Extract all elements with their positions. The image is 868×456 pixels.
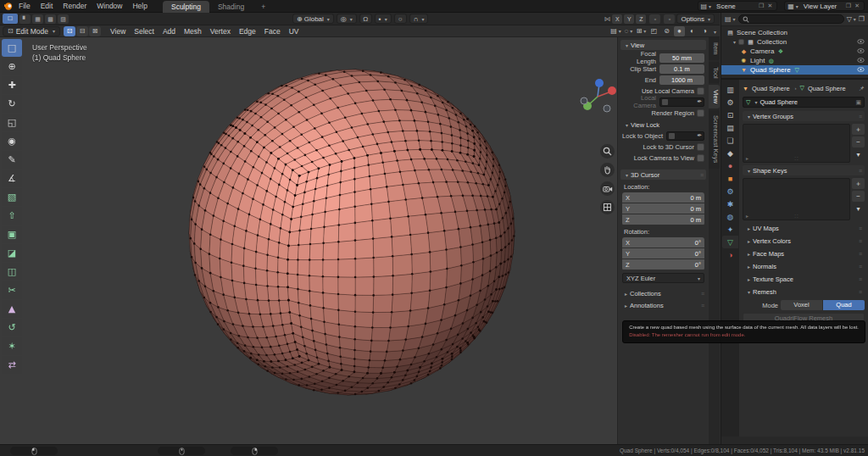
outliner-row-quad-sphere[interactable]: ▼ Quad Sphere ▽ bbox=[721, 65, 868, 75]
shape-keys-list-box[interactable]: ▸ ∷ bbox=[743, 178, 850, 220]
menu-add[interactable]: Add bbox=[159, 25, 180, 37]
mesh-name-field[interactable]: ▽ ▾ Quad Sphere ▣ bbox=[743, 97, 865, 108]
menu-select[interactable]: Select bbox=[130, 25, 159, 37]
tool-knife[interactable]: ✂ bbox=[2, 281, 22, 299]
focal-length-field[interactable]: 50 mm bbox=[659, 53, 704, 63]
outliner-row-scene-collection[interactable]: ▤ Scene Collection bbox=[721, 28, 868, 37]
mode-dropdown[interactable]: ⊡ Edit Mode ▾ bbox=[3, 26, 60, 36]
menu-vertex[interactable]: Vertex bbox=[206, 25, 235, 37]
uv-maps-panel-header[interactable]: ▸ UV Maps ≡ bbox=[743, 223, 865, 233]
tool-spin[interactable]: ↺ bbox=[2, 319, 22, 336]
mirror-z-toggle[interactable]: Z bbox=[636, 14, 646, 24]
overlays-dropdown[interactable]: ⊞▾ bbox=[636, 26, 647, 36]
sidebar-tab-view[interactable]: View bbox=[709, 85, 720, 108]
use-local-camera-checkbox[interactable] bbox=[697, 87, 704, 95]
menu-view[interactable]: View bbox=[106, 25, 130, 37]
properties-tab-particles[interactable]: ✱ bbox=[722, 197, 738, 210]
menu-help[interactable]: Help bbox=[127, 0, 152, 12]
add-vertex-group-button[interactable]: ＋ bbox=[852, 124, 865, 135]
cursor-panel-header[interactable]: ▾ 3D Cursor ≡ bbox=[620, 170, 706, 180]
panel-grip-icon[interactable]: ≡ bbox=[859, 168, 861, 174]
vertex-colors-panel-header[interactable]: ▸ Vertex Colors ≡ bbox=[743, 236, 865, 246]
collections-panel-header[interactable]: ▸ Collections ≡ bbox=[620, 288, 706, 298]
wireframe-shading-button[interactable]: ⊘ bbox=[661, 26, 672, 36]
properties-tab-scene[interactable]: ◆ bbox=[722, 147, 738, 159]
solid-shading-button[interactable]: ● bbox=[674, 26, 685, 36]
properties-tab-object[interactable]: ■ bbox=[722, 172, 738, 185]
properties-tab-editor-type[interactable]: ▥ bbox=[722, 83, 738, 96]
sidebar-tab-item[interactable]: Item bbox=[709, 37, 720, 60]
camera-view-button[interactable] bbox=[600, 181, 615, 196]
remove-shape-key-button[interactable]: − bbox=[852, 191, 865, 202]
mirror-y-toggle[interactable]: Y bbox=[624, 14, 634, 24]
menu-face[interactable]: Face bbox=[260, 25, 285, 37]
view-layer-selector[interactable]: ▦ ▾ View Layer ❐ ✕ bbox=[784, 1, 865, 11]
cursor-loc-y[interactable]: Y0 m bbox=[622, 203, 704, 214]
tool-bevel[interactable]: ◪ bbox=[2, 244, 22, 262]
cursor-loc-x[interactable]: X0 m bbox=[622, 192, 704, 203]
tool-inset-faces[interactable]: ▣ bbox=[2, 225, 22, 243]
collection-checkbox[interactable] bbox=[738, 39, 744, 45]
remove-vertex-group-button[interactable]: − bbox=[852, 136, 865, 147]
new-view-layer-button[interactable]: ❐ bbox=[844, 3, 853, 9]
tool-move[interactable]: ✚ bbox=[2, 76, 22, 94]
sidebar-tab-screencast-keys[interactable]: Screencast Keys bbox=[709, 110, 720, 168]
vertex-select-button[interactable]: ⊡ bbox=[64, 26, 75, 36]
tool-select-box[interactable]: □ bbox=[2, 39, 22, 57]
tool-cursor[interactable]: ⊕ bbox=[2, 58, 22, 75]
properties-tab-physics[interactable]: ◍ bbox=[722, 210, 738, 223]
correct-face-attributes-icon[interactable]: ▫ bbox=[664, 14, 675, 24]
visibility-eye-icon[interactable] bbox=[857, 57, 865, 64]
tool-edge-slide[interactable]: ⇄ bbox=[2, 356, 22, 374]
clip-end-field[interactable]: 1000 m bbox=[659, 75, 704, 85]
lock-3d-cursor-checkbox[interactable] bbox=[697, 143, 704, 151]
outliner-row-light[interactable]: ✺ Light ◍ bbox=[721, 56, 868, 65]
panel-grip-icon[interactable]: ≡ bbox=[859, 238, 861, 244]
breadcrumb-object[interactable]: Quad Sphere bbox=[752, 85, 790, 92]
scene-selector[interactable]: ▤ ▾ Scene ❐ ✕ bbox=[698, 1, 778, 11]
filter-icon[interactable]: ▽▾ bbox=[847, 15, 856, 23]
menu-render[interactable]: Render bbox=[58, 0, 92, 12]
remesh-panel-header[interactable]: ▾ Remesh ≡ bbox=[743, 286, 865, 297]
options-dropdown[interactable]: Options ▾ bbox=[676, 14, 715, 24]
snap-with-dropdown[interactable]: ▪ ▾ bbox=[375, 14, 392, 24]
select-subtract-button[interactable]: ▨ bbox=[58, 14, 69, 24]
menu-file[interactable]: File bbox=[14, 0, 36, 12]
new-scene-button[interactable]: ❐ bbox=[757, 3, 765, 9]
cursor-rot-z[interactable]: Z0° bbox=[622, 259, 704, 270]
list-filter-icon[interactable]: ▸ bbox=[746, 155, 748, 161]
eyedropper-icon[interactable]: ✒ bbox=[697, 98, 702, 105]
pin-icon[interactable]: 📌︎ bbox=[859, 85, 865, 92]
show-object-types-dropdown[interactable]: ▤▾ bbox=[610, 26, 621, 36]
breadcrumb-data[interactable]: Quad Sphere bbox=[808, 85, 846, 92]
shape-key-specials-button[interactable]: ▾ bbox=[852, 203, 865, 214]
panel-grip-icon[interactable]: ≡ bbox=[859, 276, 861, 282]
properties-tab-object-data[interactable]: ▽ bbox=[722, 236, 738, 248]
cursor-rot-x[interactable]: X0° bbox=[622, 237, 704, 247]
tool-transform[interactable]: ◉ bbox=[2, 132, 22, 150]
tool-annotate[interactable]: ✎ bbox=[2, 151, 22, 169]
menu-edit[interactable]: Edit bbox=[36, 0, 58, 12]
add-shape-key-button[interactable]: ＋ bbox=[852, 178, 865, 189]
texture-space-panel-header[interactable]: ▸ Texture Space ≡ bbox=[743, 274, 865, 284]
tool-poly-build[interactable]: ▲ bbox=[2, 300, 22, 318]
navigation-gizmo[interactable] bbox=[579, 76, 618, 115]
tweak-option-button[interactable]: ▘ bbox=[19, 14, 31, 24]
pan-button[interactable] bbox=[600, 163, 615, 177]
render-region-checkbox[interactable] bbox=[697, 109, 704, 117]
panel-grip-icon[interactable]: ≡ bbox=[701, 291, 704, 297]
annotations-panel-header[interactable]: ▸ Annotations ≡ bbox=[620, 300, 706, 310]
tool-measure[interactable]: ∡ bbox=[2, 170, 22, 187]
falloff-dropdown[interactable]: ∩ ▾ bbox=[409, 14, 429, 24]
panel-grip-icon[interactable]: ≡ bbox=[859, 114, 861, 120]
add-workspace-button[interactable]: + bbox=[253, 1, 274, 13]
gizmos-dropdown[interactable]: ◌▾ bbox=[623, 26, 634, 36]
tool-extrude-region[interactable]: ⇧ bbox=[2, 207, 22, 225]
outliner-display-mode-icon[interactable]: ▤▾ bbox=[725, 15, 736, 23]
remove-scene-button[interactable]: ✕ bbox=[765, 3, 774, 9]
list-filter-icon[interactable]: ▸ bbox=[746, 213, 748, 219]
tool-smooth[interactable]: ✶ bbox=[2, 337, 22, 355]
gizmo-z-axis[interactable] bbox=[595, 79, 604, 87]
orientation-dropdown[interactable]: ⊕ Global ▾ bbox=[292, 14, 334, 24]
material-shading-button[interactable]: ◐ bbox=[687, 26, 698, 36]
